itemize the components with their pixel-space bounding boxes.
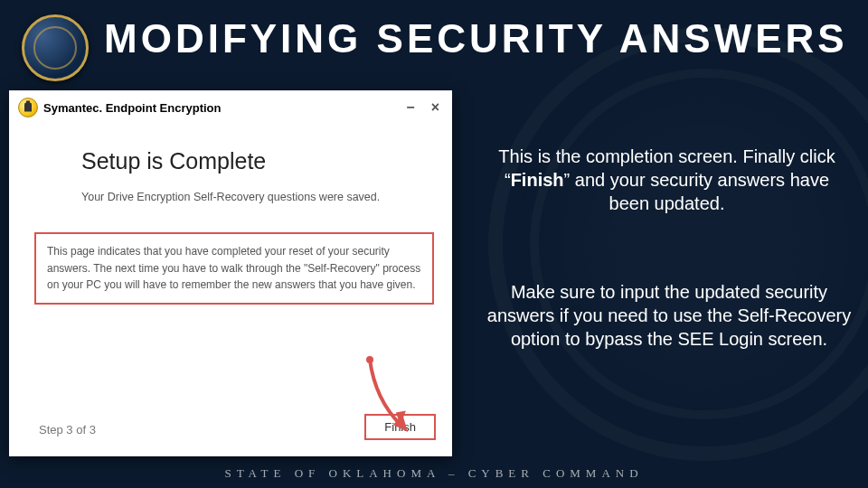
background-seal <box>488 27 868 461</box>
saved-message: Your Drive Encryption Self-Recovery ques… <box>9 183 452 203</box>
explain1-bold: Finish <box>511 170 564 190</box>
finish-button[interactable]: Finish <box>364 414 436 440</box>
explanation-paragraph-1: This is the completion screen. Finally c… <box>488 145 845 215</box>
window-titlebar: Symantec. Endpoint Encryption − × <box>9 90 452 121</box>
window-controls: − × <box>406 100 443 115</box>
explain1-part-b: ” and your security answers have been up… <box>564 170 829 213</box>
minimize-icon[interactable]: − <box>406 100 414 115</box>
window-title: Symantec. Endpoint Encryption <box>43 101 221 115</box>
symantec-app-icon <box>18 98 38 117</box>
step-indicator: Step 3 of 3 <box>39 423 96 436</box>
close-icon[interactable]: × <box>431 100 439 115</box>
info-callout: This page indicates that you have comple… <box>34 232 434 305</box>
setup-heading: Setup is Complete <box>9 121 452 183</box>
slide-footer: STATE OF OKLAHOMA – CYBER COMMAND <box>0 466 868 481</box>
explanation-paragraph-2: Make sure to input the updated security … <box>479 280 859 351</box>
symantec-window: Symantec. Endpoint Encryption − × Setup … <box>9 90 452 456</box>
cyber-command-logo <box>22 14 89 81</box>
slide-title: MODIFYING SECURITY ANSWERS <box>104 16 859 61</box>
